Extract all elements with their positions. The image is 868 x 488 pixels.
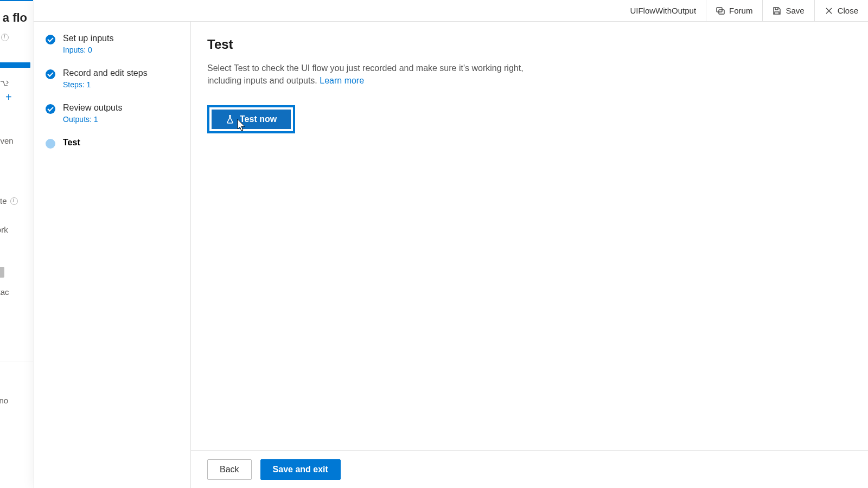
check-icon bbox=[46, 69, 55, 79]
step-sublabel: Steps: 1 bbox=[63, 80, 148, 89]
flow-icon bbox=[0, 80, 33, 89]
back-button[interactable]: Back bbox=[207, 459, 252, 480]
background-page: ake a flo + gnated even plate ote work e… bbox=[0, 0, 34, 488]
page-title: Test bbox=[207, 37, 852, 52]
page-description: Select Test to check the UI flow you jus… bbox=[207, 62, 527, 87]
step-setup-inputs[interactable]: Set up inputs Inputs: 0 bbox=[46, 34, 183, 54]
flow-name: UIFlowWithOutput bbox=[620, 6, 706, 15]
check-icon bbox=[46, 104, 55, 114]
save-button[interactable]: Save bbox=[762, 0, 814, 21]
save-label: Save bbox=[786, 6, 804, 15]
learn-more-link[interactable]: Learn more bbox=[320, 76, 364, 85]
info-icon bbox=[10, 197, 18, 205]
close-label: Close bbox=[838, 6, 858, 15]
test-now-button[interactable]: Test now bbox=[212, 110, 291, 129]
test-now-focus-ring: Test now bbox=[207, 105, 295, 133]
panel-header: UIFlowWithOutput Forum Save Close bbox=[34, 0, 868, 22]
step-label: Set up inputs bbox=[63, 34, 113, 43]
check-icon bbox=[46, 35, 55, 44]
test-now-label: Test now bbox=[240, 114, 277, 124]
plus-icon: + bbox=[5, 91, 33, 104]
step-label: Record and edit steps bbox=[63, 68, 148, 78]
wizard-steps: Set up inputs Inputs: 0 Record and edit … bbox=[34, 22, 191, 488]
wizard-footer: Back Save and exit bbox=[191, 450, 868, 488]
background-title: ake a flo bbox=[0, 11, 33, 25]
forum-button[interactable]: Forum bbox=[706, 0, 762, 21]
close-icon bbox=[825, 7, 833, 15]
background-thumbnail bbox=[0, 267, 4, 278]
background-text-template: plate bbox=[0, 196, 33, 206]
background-text-events: gnated even bbox=[0, 136, 33, 145]
step-review-outputs[interactable]: Review outputs Outputs: 1 bbox=[46, 103, 183, 124]
chat-icon bbox=[716, 7, 725, 15]
close-button[interactable]: Close bbox=[814, 0, 868, 21]
background-text-remote: ote work bbox=[0, 225, 33, 234]
step-test[interactable]: Test bbox=[46, 138, 183, 149]
save-icon bbox=[773, 7, 781, 15]
forum-label: Forum bbox=[729, 6, 752, 15]
info-icon bbox=[1, 34, 9, 41]
step-sublabel: Inputs: 0 bbox=[63, 46, 113, 54]
background-text-email-note: email a no bbox=[0, 396, 33, 405]
step-record-edit[interactable]: Record and edit steps Steps: 1 bbox=[46, 68, 183, 89]
main-content: Test Select Test to check the UI flow yo… bbox=[191, 22, 868, 450]
step-label: Review outputs bbox=[63, 103, 122, 113]
background-progress-bar bbox=[0, 62, 30, 68]
wizard-panel: UIFlowWithOutput Forum Save Close Set up… bbox=[34, 0, 868, 488]
flask-icon bbox=[226, 115, 234, 124]
step-dot-icon bbox=[46, 139, 55, 149]
save-and-exit-button[interactable]: Save and exit bbox=[260, 459, 341, 480]
background-text-email-attach: email attac bbox=[0, 287, 33, 297]
step-sublabel: Outputs: 1 bbox=[63, 115, 122, 124]
step-label: Test bbox=[63, 138, 80, 147]
